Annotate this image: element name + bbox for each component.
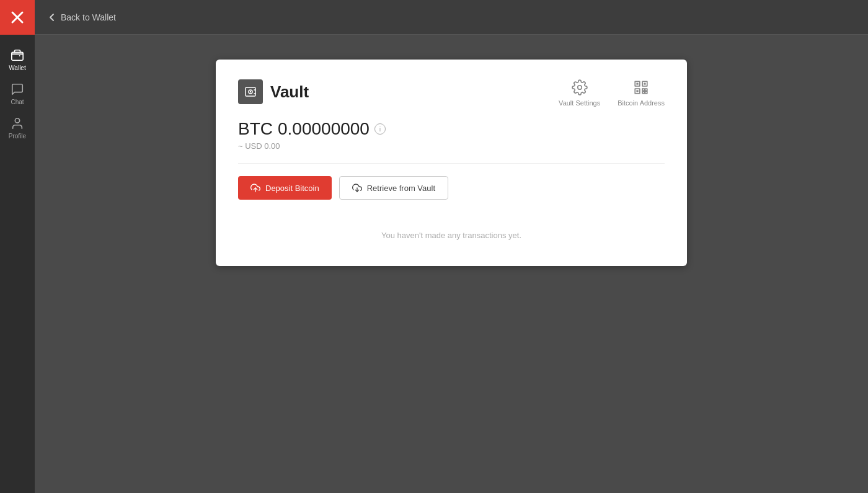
svg-rect-13 bbox=[636, 82, 638, 84]
bitcoin-address-button[interactable]: Bitcoin Address bbox=[618, 79, 665, 107]
vault-settings-button[interactable]: Vault Settings bbox=[559, 79, 600, 107]
svg-rect-20 bbox=[645, 92, 647, 94]
gear-icon bbox=[572, 79, 588, 95]
vault-header: Vault Vault Settings bbox=[238, 79, 665, 107]
vault-icon bbox=[238, 79, 263, 104]
vault-actions: Vault Settings bbox=[559, 79, 665, 107]
svg-point-6 bbox=[250, 91, 251, 92]
sidebar-item-chat[interactable]: Chat bbox=[0, 75, 35, 109]
sidebar-item-wallet[interactable]: Wallet bbox=[0, 41, 35, 75]
wallet-icon bbox=[11, 48, 24, 62]
sidebar-item-profile[interactable]: Profile bbox=[0, 109, 35, 143]
topbar: Back to Wallet bbox=[35, 0, 868, 35]
sidebar-nav: Wallet Chat Profile bbox=[0, 35, 35, 143]
logo-icon bbox=[11, 11, 24, 24]
chat-icon bbox=[11, 82, 24, 96]
retrieve-button-label: Retrieve from Vault bbox=[367, 184, 435, 193]
sidebar-profile-label: Profile bbox=[9, 133, 26, 140]
profile-icon bbox=[11, 117, 24, 130]
vault-title: Vault bbox=[270, 82, 309, 102]
vault-usd: ~ USD 0.00 bbox=[238, 141, 665, 151]
empty-state-text: You haven't made any transactions yet. bbox=[381, 231, 521, 240]
svg-point-3 bbox=[15, 118, 19, 123]
qr-code-icon bbox=[633, 79, 649, 95]
vault-buttons: Deposit Bitcoin Retrieve from Vault bbox=[238, 176, 665, 200]
svg-rect-18 bbox=[645, 89, 647, 91]
info-icon[interactable]: i bbox=[374, 123, 386, 135]
deposit-bitcoin-button[interactable]: Deposit Bitcoin bbox=[238, 176, 332, 200]
content-area: Vault Vault Settings bbox=[35, 35, 868, 493]
deposit-button-label: Deposit Bitcoin bbox=[265, 184, 319, 193]
svg-rect-15 bbox=[636, 90, 638, 92]
balance-amount: 0.00000000 bbox=[278, 119, 370, 139]
back-to-wallet-link[interactable]: Back to Wallet bbox=[47, 12, 116, 22]
download-icon bbox=[352, 183, 362, 193]
back-label: Back to Wallet bbox=[61, 12, 116, 22]
sidebar-chat-label: Chat bbox=[11, 99, 24, 105]
divider bbox=[238, 163, 665, 164]
sidebar: Wallet Chat Profile bbox=[0, 0, 35, 493]
vault-safe-icon bbox=[244, 86, 257, 98]
vault-title-section: Vault bbox=[238, 79, 309, 104]
balance-currency: BTC bbox=[238, 119, 273, 139]
bitcoin-address-label: Bitcoin Address bbox=[618, 99, 665, 107]
svg-rect-19 bbox=[642, 92, 644, 94]
main-content: Back to Wallet Vault bbox=[35, 0, 868, 493]
empty-state: You haven't made any transactions yet. bbox=[238, 218, 665, 246]
back-arrow-icon bbox=[47, 12, 57, 22]
svg-point-9 bbox=[577, 86, 582, 90]
vault-card: Vault Vault Settings bbox=[216, 60, 687, 266]
vault-settings-label: Vault Settings bbox=[559, 99, 600, 107]
app-logo[interactable] bbox=[0, 0, 35, 35]
svg-rect-14 bbox=[644, 82, 645, 84]
vault-balance: BTC 0.00000000 i bbox=[238, 119, 665, 139]
retrieve-from-vault-button[interactable]: Retrieve from Vault bbox=[339, 176, 448, 200]
sidebar-wallet-label: Wallet bbox=[9, 64, 25, 71]
upload-icon bbox=[250, 183, 260, 193]
svg-rect-17 bbox=[642, 89, 644, 91]
